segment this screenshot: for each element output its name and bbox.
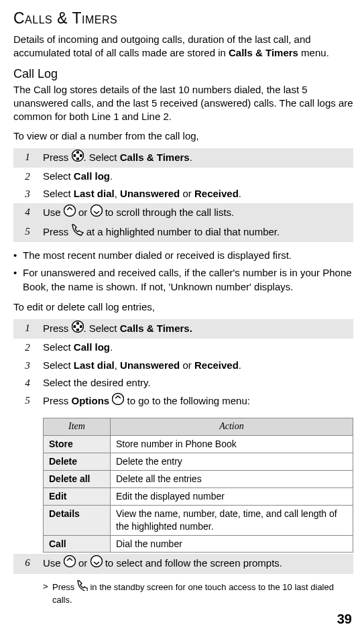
nav-key-icon [72, 321, 84, 336]
step-body: Select the desired entry. [38, 376, 351, 390]
text: Press [52, 581, 77, 591]
action-cell: Store number in Phone Book [111, 436, 353, 453]
up-key-icon [64, 205, 76, 220]
call-key-icon [72, 224, 84, 239]
step-body: Select Call log. [38, 341, 351, 354]
step-number: 3 [17, 359, 38, 372]
calllog-lead2: To edit or delete call log entries, [13, 300, 353, 314]
step-row: 2 Select Call log. [13, 168, 353, 185]
table-header-item: Item [44, 418, 111, 436]
bold: Last dial [74, 359, 115, 371]
step-row: 2 Select Call log. [13, 339, 353, 356]
page-heading: Calls & Timers [13, 8, 353, 29]
text: or [180, 359, 194, 371]
bold: Received [194, 188, 239, 199]
step-number: 4 [17, 376, 38, 390]
options-table: Item Action StoreStore number in Phone B… [43, 418, 353, 553]
text: Select [43, 359, 74, 371]
text: Select [43, 341, 74, 353]
intro-text-c: menu. [298, 47, 329, 58]
text: . [190, 151, 192, 162]
table-row: StoreStore number in Phone Book [44, 436, 353, 453]
up-key-icon [112, 393, 124, 408]
text: . [239, 188, 241, 199]
bold: Unanswered [120, 359, 180, 371]
step-number: 1 [17, 321, 38, 335]
step-row: 5 Press Options to go to the following m… [13, 392, 353, 411]
note-row: • For unanswered and received calls, if … [13, 266, 353, 294]
bold: Calls & Timers [120, 151, 190, 162]
step-number: 6 [17, 556, 38, 569]
calllog-lead1: To view or dial a number from the call l… [13, 129, 353, 143]
steps-edit-delete: 1 Press . Select Calls & Timers. 2 Selec… [13, 319, 353, 411]
step-number: 3 [17, 187, 38, 200]
call-key-icon [77, 580, 88, 594]
bullet-icon: • [13, 266, 23, 294]
item-cell: Call [44, 535, 111, 553]
text: Use [43, 206, 64, 217]
table-header-action: Action [111, 418, 353, 436]
step-number: 2 [17, 170, 38, 183]
intro-paragraph: Details of incoming and outgoing calls, … [13, 33, 353, 60]
step-number: 4 [17, 205, 38, 219]
note-text: For unanswered and received calls, if th… [23, 266, 353, 294]
note-text: The most recent number dialed or receive… [23, 249, 353, 262]
up-key-icon [64, 555, 76, 571]
action-cell: Delete all the entries [111, 471, 353, 488]
text: or [76, 557, 90, 569]
step-row: 4 Use or to scroll through the call list… [13, 203, 353, 223]
action-cell: View the name, number, date, time, and c… [111, 505, 353, 535]
step-row: 1 Press . Select Calls & Timers. [13, 319, 353, 339]
intro-bold: Calls & Timers [229, 47, 298, 58]
text: Press [43, 151, 72, 162]
item-cell: Store [44, 436, 111, 453]
step-body: Press Options to go to the following men… [38, 394, 351, 409]
step-body: Press . Select Calls & Timers. [38, 321, 351, 337]
text: to scroll through the call lists. [103, 206, 235, 217]
text: Select [43, 188, 74, 199]
text: . Select [84, 323, 120, 334]
table-row: EditEdit the displayed number [44, 487, 353, 505]
action-cell: Edit the displayed number [111, 487, 353, 505]
step-body: Select Call log. [38, 170, 351, 183]
nav-key-icon [72, 150, 84, 165]
item-cell: Delete [44, 453, 111, 471]
step-body: Press at a highlighted number to dial th… [38, 225, 351, 240]
text: Select [43, 170, 74, 182]
item-cell: Details [44, 505, 111, 535]
step-number: 1 [17, 150, 38, 164]
notes-list: • The most recent number dialed or recei… [13, 249, 353, 294]
down-key-icon [90, 555, 103, 571]
table-row: DeleteDelete the entry [44, 453, 353, 471]
text: , [115, 188, 120, 199]
bold: Options [72, 395, 110, 406]
step-number: 2 [17, 341, 38, 354]
step-body: Select Last dial, Unanswered or Received… [38, 187, 351, 200]
bold: Call log [74, 341, 110, 353]
step-number: 5 [17, 394, 38, 407]
tip-body: Press in the standby screen for one touc… [52, 581, 353, 606]
action-cell: Delete the entry [111, 453, 353, 471]
item-cell: Delete all [44, 471, 111, 488]
steps-view-dial: 1 Press . Select Calls & Timers. 2 Selec… [13, 148, 353, 242]
action-cell: Dial the number [111, 535, 353, 553]
bullet-icon: • [13, 249, 23, 262]
step-row: 6 Use or to select and follow the screen… [13, 554, 353, 573]
item-cell: Edit [44, 487, 111, 505]
text: . Select [84, 151, 120, 162]
bold: Calls & Timers. [120, 323, 192, 334]
text: Press [43, 395, 72, 406]
text: Use [43, 557, 64, 569]
bold: Unanswered [120, 188, 180, 199]
step-body: Select Last dial, Unanswered or Received… [38, 359, 351, 372]
bold: Call log [74, 170, 110, 182]
table-row: DetailsView the name, number, date, time… [44, 505, 353, 535]
text: or [180, 188, 194, 199]
step-body: Press . Select Calls & Timers. [38, 150, 351, 166]
text: , [115, 359, 120, 371]
page-number: 39 [337, 610, 352, 628]
text: . [239, 359, 241, 371]
text: to go to the following menu: [124, 395, 250, 406]
bold: Received [194, 359, 239, 371]
step-row: 3 Select Last dial, Unanswered or Receiv… [13, 185, 353, 203]
